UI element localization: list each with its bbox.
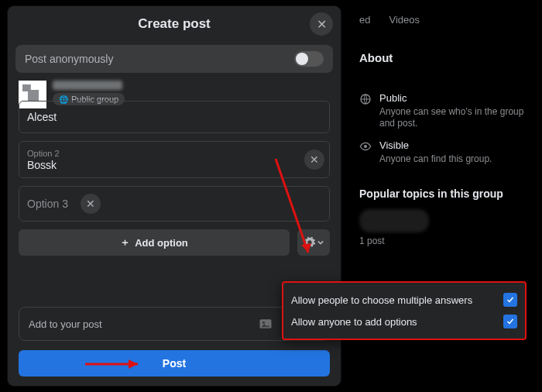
- poll-settings-popup: Allow people to choose multiple answers …: [282, 281, 527, 340]
- check-icon: [506, 295, 515, 304]
- modal-title: Create post: [138, 16, 211, 32]
- anonymous-toggle[interactable]: [294, 51, 324, 67]
- eye-icon: [359, 140, 372, 153]
- allow-add-options-label: Allow anyone to add options: [291, 316, 417, 328]
- plus-icon: ＋: [120, 236, 130, 249]
- chevron-down-icon: [317, 239, 324, 246]
- close-icon: ✕: [86, 198, 95, 210]
- check-icon: [506, 317, 515, 326]
- allow-multiple-checkbox[interactable]: [503, 293, 517, 307]
- poll-option-2[interactable]: Option 2 Bossk ✕: [19, 141, 330, 178]
- topic-post-count: 1 post: [359, 236, 534, 246]
- allow-multiple-label: Allow people to choose multiple answers: [291, 294, 472, 306]
- tab-videos[interactable]: Videos: [389, 14, 420, 26]
- author-name: [53, 81, 122, 90]
- poll-option-1[interactable]: Alcest: [19, 101, 330, 133]
- topic-chip[interactable]: [359, 209, 429, 232]
- poll-settings-button[interactable]: [297, 229, 330, 256]
- poll-option-label: Option 2: [27, 148, 292, 159]
- gear-icon: [304, 236, 316, 249]
- remove-option-button[interactable]: ✕: [81, 194, 101, 214]
- poll-option-3[interactable]: Option 3 ✕: [19, 186, 330, 222]
- about-heading: About: [359, 51, 534, 64]
- post-button-label: Post: [163, 357, 186, 370]
- poll-option-placeholder[interactable]: Option 3: [19, 187, 76, 221]
- add-option-button[interactable]: ＋ Add option: [19, 229, 290, 256]
- poll-option-value[interactable]: Alcest: [27, 111, 321, 123]
- poll-option-value[interactable]: Bossk: [27, 159, 292, 171]
- close-icon: ✕: [317, 17, 327, 32]
- privacy-public-desc: Anyone can see who's in the group and po…: [379, 106, 523, 129]
- close-icon: ✕: [310, 153, 319, 166]
- globe-icon: [359, 93, 372, 105]
- visibility-title: Visible: [379, 139, 492, 151]
- photo-icon[interactable]: [258, 316, 273, 332]
- anonymous-label: Post anonymously: [25, 53, 113, 65]
- attach-label: Add to your post: [29, 318, 102, 330]
- visibility-desc: Anyone can find this group.: [379, 153, 492, 164]
- add-option-label: Add option: [135, 237, 188, 249]
- remove-option-button[interactable]: ✕: [304, 150, 324, 170]
- popular-topics-heading: Popular topics in this group: [359, 187, 534, 200]
- post-button[interactable]: Post: [19, 350, 330, 377]
- allow-add-options-checkbox[interactable]: [503, 315, 517, 328]
- close-button[interactable]: ✕: [310, 12, 333, 36]
- anonymous-row: Post anonymously: [15, 45, 333, 73]
- privacy-public-title: Public: [379, 92, 534, 104]
- svg-point-1: [364, 145, 367, 148]
- svg-point-3: [262, 322, 265, 324]
- tab-fragment[interactable]: ed: [359, 14, 370, 26]
